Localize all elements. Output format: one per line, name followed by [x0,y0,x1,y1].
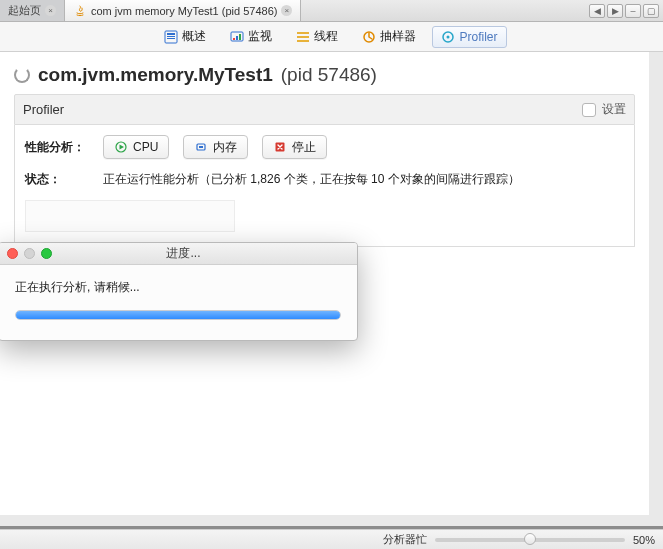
status-bar: 分析器忙 50% [0,529,663,549]
profiler-section-header: Profiler 设置 [14,94,635,125]
perf-row: 性能分析： CPU 内存 停止 [25,135,624,159]
settings-toggle[interactable]: 设置 [582,101,626,118]
page-title: com.jvm.memory.MyTest1 (pid 57486) [14,64,635,86]
window-tabstrip: 起始页 × com jvm memory MyTest1 (pid 57486)… [0,0,663,22]
nav-fwd-button[interactable]: ▶ [607,4,623,18]
memory-button[interactable]: 内存 [183,135,248,159]
view-toolbar: 概述 监视 线程 抽样器 Profiler [0,22,663,52]
tabstrip-controls: ◀ ▶ – ▢ [589,0,663,21]
window-restore-button[interactable]: ▢ [643,4,659,18]
svg-rect-2 [167,36,175,37]
dialog-title: 进度... [18,245,349,262]
dialog-titlebar[interactable]: 进度... [0,243,357,265]
svg-rect-6 [236,36,238,40]
profiler-body: 性能分析： CPU 内存 停止 [14,125,635,247]
tool-profiler[interactable]: Profiler [432,26,506,48]
svg-rect-9 [297,36,309,38]
checkbox-icon[interactable] [582,103,596,117]
overview-icon [164,30,178,44]
memory-icon [194,140,208,154]
statusbar-percent: 50% [633,534,655,546]
tab-label: 起始页 [8,3,41,18]
tool-threads[interactable]: 线程 [288,26,346,48]
profiler-icon [441,30,455,44]
svg-rect-5 [233,38,235,40]
status-label: 状态： [25,171,89,188]
status-slider[interactable] [435,538,625,542]
button-label: 停止 [292,139,316,156]
status-row: 状态： 正在运行性能分析（已分析 1,826 个类，正在按每 10 个对象的间隔… [25,171,624,188]
java-icon [73,4,87,18]
title-pid: (pid 57486) [281,64,377,86]
tool-label: 抽样器 [380,28,416,45]
slider-knob[interactable] [524,533,536,545]
svg-rect-7 [239,34,241,40]
tool-overview[interactable]: 概述 [156,26,214,48]
tool-label: Profiler [459,30,497,44]
cpu-run-icon [114,140,128,154]
nav-back-button[interactable]: ◀ [589,4,605,18]
status-text: 正在运行性能分析（已分析 1,826 个类，正在按每 10 个对象的间隔进行跟踪… [103,171,520,188]
progress-dialog: 进度... 正在执行分析, 请稍候... [0,242,358,341]
settings-label: 设置 [602,101,626,118]
tool-sampler[interactable]: 抽样器 [354,26,424,48]
tool-label: 线程 [314,28,338,45]
window-close-icon[interactable] [7,248,18,259]
section-title: Profiler [23,102,64,117]
dialog-body: 正在执行分析, 请稍候... [0,265,357,340]
tool-label: 监视 [248,28,272,45]
window-minimize-button[interactable]: – [625,4,641,18]
content-area: com.jvm.memory.MyTest1 (pid 57486) Profi… [0,52,663,529]
perf-label: 性能分析： [25,139,89,156]
svg-rect-1 [167,33,175,35]
svg-rect-10 [297,40,309,42]
threads-icon [296,30,310,44]
title-main: com.jvm.memory.MyTest1 [38,64,273,86]
tab-process[interactable]: com jvm memory MyTest1 (pid 57486) × [65,0,301,21]
output-placeholder [25,200,235,232]
stop-icon [273,140,287,154]
loading-spinner-icon [14,67,30,83]
tab-label: com jvm memory MyTest1 (pid 57486) [91,5,277,17]
sampler-icon [362,30,376,44]
monitor-icon [230,30,244,44]
button-label: 内存 [213,139,237,156]
tool-label: 概述 [182,28,206,45]
cpu-button[interactable]: CPU [103,135,169,159]
tool-monitor[interactable]: 监视 [222,26,280,48]
close-icon[interactable]: × [281,5,292,16]
svg-rect-16 [199,146,203,148]
svg-rect-3 [167,38,175,39]
progress-fill [16,311,340,319]
tab-start-page[interactable]: 起始页 × [0,0,65,21]
button-label: CPU [133,140,158,154]
progress-bar [15,310,341,320]
stop-button[interactable]: 停止 [262,135,327,159]
dialog-message: 正在执行分析, 请稍候... [15,279,341,296]
svg-point-13 [447,35,450,38]
svg-rect-8 [297,32,309,34]
close-icon[interactable]: × [45,5,56,16]
statusbar-busy-label: 分析器忙 [383,532,427,547]
